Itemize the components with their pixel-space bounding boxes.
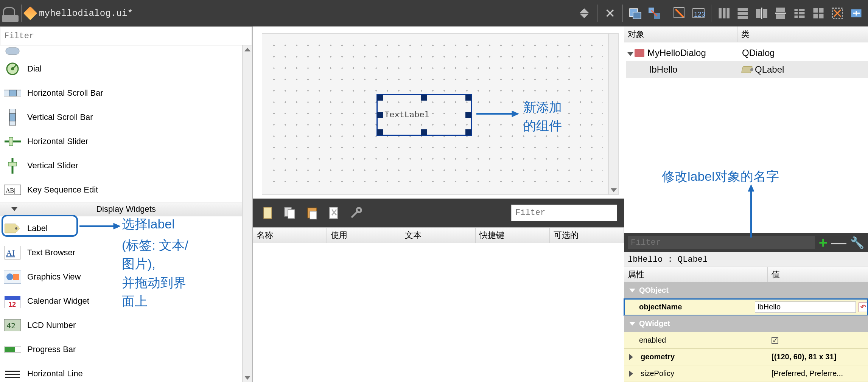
svg-rect-15 — [761, 8, 762, 19]
annotation-arrow — [747, 185, 758, 238]
svg-point-45 — [15, 227, 17, 230]
copy-action-button[interactable] — [282, 204, 299, 222]
widget-icon — [4, 45, 21, 57]
widget-label: Horizontal Line — [27, 369, 83, 379]
annotation-text: 修改label对象的名字 — [662, 167, 779, 186]
graphicsview-icon — [4, 268, 21, 286]
layout-hsplit-button[interactable] — [753, 5, 770, 22]
svg-rect-8 — [723, 8, 726, 19]
list-item[interactable]: Horizontal Slider — [0, 129, 252, 154]
scrollbar[interactable] — [608, 34, 618, 194]
list-item[interactable]: Vertical Slider — [0, 154, 252, 178]
tree-row[interactable]: MyHelloDialog QDialog — [626, 45, 868, 61]
property-row[interactable]: sizePolicy [Preferred, Preferre... — [624, 365, 868, 382]
resize-handle[interactable] — [465, 112, 471, 118]
delete-action-button[interactable] — [325, 204, 343, 222]
svg-text:AB|: AB| — [6, 187, 15, 194]
property-row[interactable]: enabled — [624, 332, 868, 349]
widget-label: Text Browser — [27, 248, 75, 258]
svg-rect-21 — [795, 12, 798, 14]
property-row[interactable]: geometry [(120, 60), 81 x 31] — [624, 349, 868, 365]
close-button[interactable]: ✕ — [601, 5, 619, 22]
column-header[interactable]: 名称 — [253, 228, 327, 243]
file-tab[interactable]: myhellodialog.ui* — [25, 8, 133, 19]
list-item[interactable]: Horizontal Line — [0, 362, 252, 382]
svg-rect-26 — [819, 8, 824, 13]
edit-tab-order-button[interactable]: 123 — [690, 5, 707, 22]
layout-vsplit-button[interactable] — [772, 5, 789, 22]
resize-handle[interactable] — [377, 95, 383, 101]
layout-hbox-button[interactable] — [715, 5, 733, 22]
resize-handle[interactable] — [421, 95, 427, 101]
scrollbar[interactable] — [242, 45, 252, 382]
design-canvas[interactable]: TextLabel 新添加 的组件 — [262, 33, 619, 195]
column-header[interactable]: 快捷键 — [476, 228, 550, 243]
textbrowser-icon: AI — [4, 244, 21, 261]
edit-widgets-button[interactable] — [627, 5, 644, 22]
widget-label: Dial — [27, 64, 42, 74]
action-filter-input[interactable] — [511, 205, 617, 221]
resize-handle[interactable] — [421, 129, 427, 135]
revert-button[interactable]: ↶ — [858, 302, 868, 312]
property-group[interactable]: QWidget — [624, 315, 868, 332]
svg-rect-17 — [776, 14, 785, 19]
annotation-arrow — [476, 109, 520, 121]
tree-row[interactable]: lbHello QLabel — [626, 61, 868, 78]
resize-handle[interactable] — [377, 129, 383, 135]
column-header[interactable]: 值 — [768, 267, 780, 282]
chevron-down-icon[interactable] — [627, 52, 633, 56]
list-item[interactable]: Dial — [0, 57, 252, 81]
edit-buddies-button[interactable] — [671, 5, 688, 22]
configure-action-button[interactable] — [347, 204, 365, 222]
resize-handle[interactable] — [465, 95, 471, 101]
adjust-size-button[interactable] — [848, 5, 865, 22]
list-item[interactable]: Progress Bar — [0, 337, 252, 362]
object-name: lbHello — [650, 64, 677, 75]
svg-text:42: 42 — [6, 321, 16, 330]
checkbox[interactable] — [772, 337, 778, 344]
column-header[interactable]: 文本 — [401, 228, 475, 243]
chevron-right-icon[interactable] — [629, 354, 633, 360]
resize-handle[interactable] — [465, 129, 471, 135]
property-name: objectName — [639, 303, 682, 311]
property-filter-input[interactable] — [628, 236, 815, 249]
add-property-button[interactable]: + — [819, 234, 828, 251]
svg-rect-25 — [814, 8, 818, 13]
remove-property-button[interactable]: — — [831, 234, 846, 251]
layout-form-button[interactable] — [791, 5, 808, 22]
column-header[interactable]: 类 — [737, 26, 750, 42]
selected-widget[interactable]: TextLabel — [376, 94, 472, 136]
resize-handle[interactable] — [377, 112, 383, 118]
new-action-button[interactable] — [260, 204, 277, 222]
edit-signals-button[interactable] — [646, 5, 663, 22]
property-group[interactable]: QObject — [624, 282, 868, 299]
action-table-body[interactable] — [253, 243, 624, 382]
column-header[interactable]: 属性 — [624, 267, 768, 282]
svg-rect-28 — [819, 14, 824, 19]
svg-rect-57 — [5, 347, 15, 352]
property-row[interactable]: objectName ↶ — [624, 299, 868, 315]
list-item[interactable]: AB| Key Sequence Edit — [0, 178, 252, 202]
property-value: [(120, 60), 81 x 31] — [772, 352, 836, 361]
paste-action-button[interactable] — [303, 204, 321, 222]
object-inspector[interactable]: MyHelloDialog QDialog lbHello QLabel 修改l… — [624, 42, 868, 233]
list-item[interactable] — [0, 45, 252, 57]
column-header[interactable]: 可选的 — [550, 228, 624, 243]
file-spin[interactable] — [580, 8, 593, 18]
chevron-right-icon[interactable] — [629, 371, 633, 377]
list-item[interactable]: 42 LCD Number — [0, 313, 252, 337]
svg-point-49 — [6, 273, 13, 280]
configure-icon[interactable]: 🔧 — [850, 236, 864, 249]
list-item[interactable]: Horizontal Scroll Bar — [0, 81, 252, 105]
list-item[interactable]: Vertical Scroll Bar — [0, 105, 252, 129]
widget-filter-input[interactable] — [0, 26, 252, 45]
property-value-input[interactable] — [755, 301, 856, 313]
column-header[interactable]: 使用 — [327, 228, 401, 243]
property-name: sizePolicy — [641, 369, 674, 378]
break-layout-button[interactable] — [829, 5, 846, 22]
column-header[interactable]: 对象 — [624, 26, 737, 42]
layout-vbox-button[interactable] — [734, 5, 751, 22]
svg-rect-24 — [799, 16, 805, 18]
layout-grid-button[interactable] — [810, 5, 827, 22]
category-header[interactable]: Display Widgets — [0, 202, 252, 216]
